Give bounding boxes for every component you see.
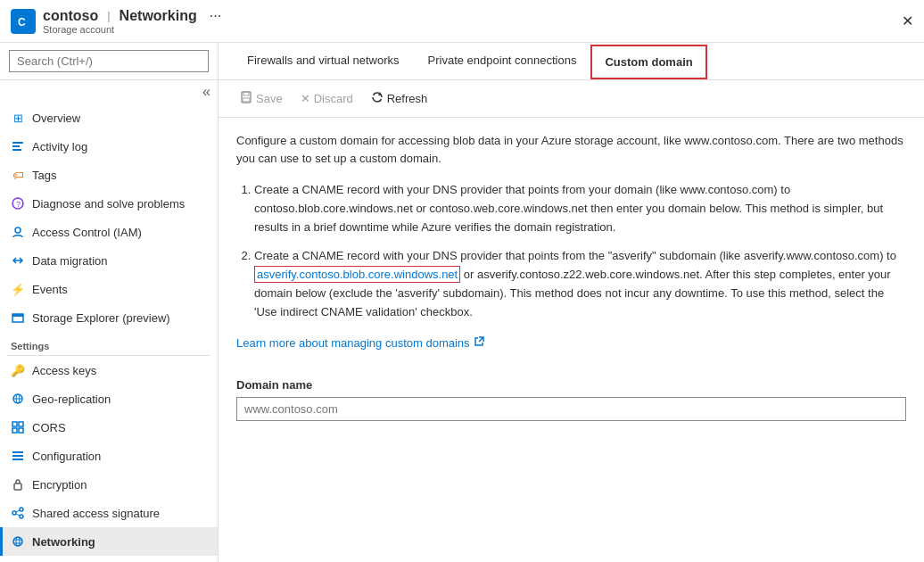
save-label: Save xyxy=(256,92,283,105)
activity-log-icon xyxy=(11,139,25,153)
svg-rect-4 xyxy=(12,149,21,151)
discard-icon: ✕ xyxy=(301,92,310,105)
svg-point-22 xyxy=(20,508,23,511)
svg-rect-17 xyxy=(12,451,23,453)
svg-rect-3 xyxy=(12,145,20,147)
svg-rect-9 xyxy=(12,314,23,317)
discard-label: Discard xyxy=(314,92,353,105)
sidebar-item-label: Configuration xyxy=(32,450,101,463)
search-container xyxy=(0,43,218,80)
svg-point-21 xyxy=(12,511,16,515)
sidebar-item-storage-explorer[interactable]: Storage Explorer (preview) xyxy=(0,303,218,332)
refresh-icon xyxy=(371,91,384,106)
tab-firewalls[interactable]: Firewalls and virtual networks xyxy=(233,43,414,79)
content-body: Configure a custom domain for accessing … xyxy=(219,118,924,562)
domain-input[interactable] xyxy=(236,397,906,421)
sidebar-item-overview[interactable]: ⊞ Overview xyxy=(0,103,218,132)
refresh-button[interactable]: Refresh xyxy=(364,87,435,110)
svg-rect-19 xyxy=(12,459,23,460)
sidebar-item-activity-log[interactable]: Activity log xyxy=(0,132,218,161)
storage-explorer-icon xyxy=(11,310,25,325)
svg-rect-32 xyxy=(243,98,250,102)
data-migration-icon xyxy=(11,253,25,268)
tab-custom-domain[interactable]: Custom domain xyxy=(590,45,706,79)
sidebar-item-label: Overview xyxy=(32,112,80,125)
configuration-icon xyxy=(11,449,25,463)
sidebar-item-access-control[interactable]: Access Control (IAM) xyxy=(0,218,218,246)
sidebar-item-events[interactable]: ⚡ Events xyxy=(0,275,218,303)
svg-rect-20 xyxy=(14,483,21,490)
access-keys-icon: 🔑 xyxy=(11,363,25,377)
svg-text:?: ? xyxy=(16,200,21,209)
app-icon: C xyxy=(11,9,36,34)
search-input[interactable] xyxy=(9,50,209,72)
access-control-icon xyxy=(11,225,25,239)
sidebar: « ⊞ Overview Activity log 🏷 Tags ? Diagn… xyxy=(0,43,219,562)
tab-private-endpoint[interactable]: Private endpoint connections xyxy=(414,43,591,79)
svg-line-25 xyxy=(16,514,20,516)
encryption-icon xyxy=(11,477,25,492)
refresh-label: Refresh xyxy=(387,92,428,105)
shared-access-icon xyxy=(11,506,25,520)
sidebar-item-configuration[interactable]: Configuration xyxy=(0,442,218,470)
sidebar-item-encryption[interactable]: Encryption xyxy=(0,470,218,499)
svg-rect-2 xyxy=(12,142,23,144)
step-1: Create a CNAME record with your DNS prov… xyxy=(254,181,906,236)
toolbar: Save ✕ Discard Refresh xyxy=(219,80,924,118)
external-link-icon xyxy=(474,336,484,350)
domain-form: Domain name xyxy=(236,378,906,421)
sidebar-toggle-button[interactable]: « xyxy=(0,80,218,103)
geo-replication-icon xyxy=(11,392,25,406)
sidebar-item-geo-replication[interactable]: Geo-replication xyxy=(0,384,218,413)
sidebar-item-label: Storage Explorer (preview) xyxy=(32,311,170,325)
sidebar-item-label: Networking xyxy=(32,535,95,549)
discard-button[interactable]: ✕ Discard xyxy=(293,88,360,109)
svg-point-27 xyxy=(16,537,20,546)
save-button[interactable]: Save xyxy=(233,87,290,110)
sidebar-item-label: Activity log xyxy=(32,140,87,153)
svg-rect-18 xyxy=(12,455,23,457)
instructions: Create a CNAME record with your DNS prov… xyxy=(236,181,906,322)
svg-line-24 xyxy=(16,510,20,512)
sidebar-item-label: Encryption xyxy=(32,478,87,492)
sidebar-item-label: Diagnose and solve problems xyxy=(32,197,185,211)
sidebar-item-label: Access Control (IAM) xyxy=(32,226,142,239)
resource-type: Storage account xyxy=(43,24,221,35)
sidebar-item-label: Geo-replication xyxy=(32,393,111,406)
sidebar-item-cors[interactable]: CORS xyxy=(0,413,218,442)
sidebar-item-diagnose[interactable]: ? Diagnose and solve problems xyxy=(0,189,218,218)
learn-more-text: Learn more about managing custom domains xyxy=(236,336,470,350)
asverify-link[interactable]: asverify.contoso.blob.core.windows.net xyxy=(254,266,460,283)
sidebar-item-label: CORS xyxy=(32,421,66,434)
sidebar-item-tags[interactable]: 🏷 Tags xyxy=(0,161,218,189)
sidebar-item-access-keys[interactable]: 🔑 Access keys xyxy=(0,356,218,384)
content-area: Firewalls and virtual networks Private e… xyxy=(219,43,924,562)
domain-label: Domain name xyxy=(236,378,906,392)
svg-rect-14 xyxy=(19,422,23,426)
learn-more-link[interactable]: Learn more about managing custom domains xyxy=(236,336,484,350)
sidebar-item-data-migration[interactable]: Data migration xyxy=(0,246,218,275)
svg-point-23 xyxy=(20,515,23,518)
intro-text: Configure a custom domain for accessing … xyxy=(236,132,906,167)
close-button[interactable]: ✕ xyxy=(902,12,913,29)
step-2: Create a CNAME record with your DNS prov… xyxy=(254,247,906,321)
main-layout: « ⊞ Overview Activity log 🏷 Tags ? Diagn… xyxy=(0,43,924,562)
save-icon xyxy=(240,91,252,106)
cors-icon xyxy=(11,420,25,434)
overview-icon: ⊞ xyxy=(11,111,25,125)
diagnose-icon: ? xyxy=(11,196,25,211)
sidebar-item-label: Tags xyxy=(32,169,56,182)
more-options-button[interactable]: ··· xyxy=(210,8,221,24)
sidebar-item-label: Access keys xyxy=(32,364,96,377)
sidebar-item-shared-access-signature[interactable]: Shared access signature xyxy=(0,499,218,527)
sidebar-item-label: Events xyxy=(32,283,68,296)
svg-point-7 xyxy=(15,227,21,233)
page-name: Networking xyxy=(120,8,197,24)
svg-text:C: C xyxy=(18,16,26,29)
svg-rect-16 xyxy=(19,428,23,433)
title-separator: | xyxy=(107,9,110,22)
events-icon: ⚡ xyxy=(11,282,25,296)
title-bar: C contoso | Networking ··· Storage accou… xyxy=(0,0,924,43)
sidebar-item-networking[interactable]: Networking xyxy=(0,527,218,556)
tags-icon: 🏷 xyxy=(11,168,25,182)
